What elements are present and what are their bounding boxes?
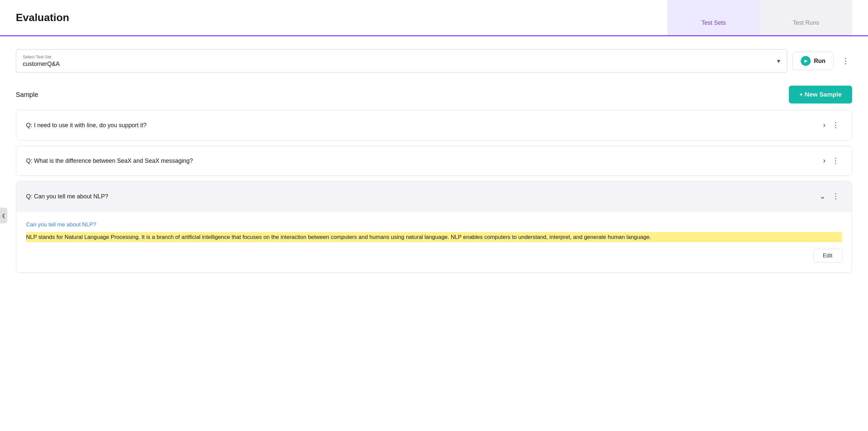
- tab-test-runs[interactable]: Test Runs: [760, 0, 852, 35]
- sample-2-expand-button[interactable]: ›: [819, 155, 829, 166]
- tab-test-sets-label: Test Sets: [702, 20, 726, 26]
- run-button[interactable]: ▶ Run: [793, 52, 834, 70]
- sample-3-edit-button[interactable]: Edit: [813, 249, 842, 263]
- sample-3-question: Q: Can you tell me about NLP?: [26, 193, 815, 200]
- content-area: Select Test Set customerQ&A ▾ ▶ Run ⋮ Sa…: [0, 36, 868, 431]
- run-button-label: Run: [814, 58, 826, 65]
- edit-btn-row: Edit: [26, 249, 842, 263]
- sample-3-expanded-content: Can you tell me about NLP? NLP stands fo…: [16, 211, 852, 272]
- tab-test-sets[interactable]: Test Sets: [668, 0, 760, 35]
- sample-1-expand-button[interactable]: ›: [819, 120, 829, 131]
- main-container: Evaluation Test Sets: [0, 0, 868, 431]
- more-options-icon: ⋮: [842, 56, 849, 65]
- sample-section-title: Sample: [16, 91, 38, 99]
- sample-3-question-text: Can you tell me about NLP?: [26, 222, 842, 228]
- sample-item-2-header[interactable]: Q: What is the difference between SeaX a…: [16, 146, 852, 176]
- more-options-button[interactable]: ⋮: [839, 54, 852, 68]
- new-sample-button[interactable]: + New Sample: [789, 86, 852, 103]
- sample-section-header: Sample + New Sample: [16, 86, 852, 103]
- select-test-set-label: Select Test Set: [23, 54, 780, 59]
- tabs-container: Test Sets Test Runs: [668, 0, 852, 35]
- select-test-set-row: Select Test Set customerQ&A ▾ ▶ Run ⋮: [16, 49, 852, 72]
- new-sample-button-label: + New Sample: [799, 91, 842, 98]
- sample-3-collapse-button[interactable]: ⌄: [815, 191, 829, 202]
- sample-2-more-button[interactable]: ⋮: [829, 155, 842, 166]
- select-test-set-value: customerQ&A: [23, 61, 780, 68]
- sample-item-3: Q: Can you tell me about NLP? ⌄ ⋮ Can yo…: [16, 181, 852, 273]
- sample-3-answer-text: NLP stands for Natural Language Processi…: [26, 232, 842, 242]
- sample-2-question: Q: What is the difference between SeaX a…: [26, 158, 819, 164]
- sample-3-more-button[interactable]: ⋮: [829, 191, 842, 202]
- sidebar-toggle-button[interactable]: ❮: [0, 208, 7, 223]
- play-icon: ▶: [801, 56, 811, 66]
- sample-1-more-button[interactable]: ⋮: [829, 120, 842, 131]
- sample-item-3-header[interactable]: Q: Can you tell me about NLP? ⌄ ⋮: [16, 181, 852, 211]
- sidebar-toggle-icon: ❮: [2, 213, 6, 218]
- sample-item-2: Q: What is the difference between SeaX a…: [16, 146, 852, 176]
- page-title: Evaluation: [16, 11, 69, 24]
- tab-test-runs-label: Test Runs: [793, 20, 819, 26]
- select-test-set-wrapper[interactable]: Select Test Set customerQ&A ▾: [16, 49, 787, 72]
- sample-item-1: Q: I need to use it with line, do you su…: [16, 110, 852, 140]
- dropdown-arrow-icon: ▾: [777, 57, 780, 65]
- sample-item-1-header[interactable]: Q: I need to use it with line, do you su…: [16, 110, 852, 140]
- sample-1-question: Q: I need to use it with line, do you su…: [26, 122, 819, 129]
- header: Evaluation Test Sets: [0, 0, 868, 36]
